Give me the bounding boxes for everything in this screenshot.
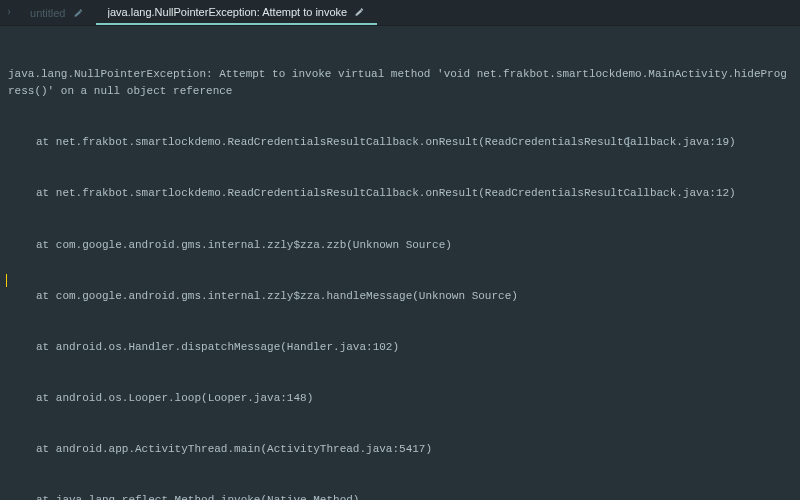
stack-line: at java.lang.reflect.Method.invoke(Nativ… bbox=[8, 492, 792, 500]
text-cursor bbox=[6, 274, 7, 287]
tab-label: untitled bbox=[30, 7, 65, 19]
stack-line: at net.frakbot.smartlockdemo.ReadCredent… bbox=[8, 134, 792, 151]
tab-bar: › untitled java.lang.NullPointerExceptio… bbox=[0, 0, 800, 26]
editor-pane[interactable]: java.lang.NullPointerException: Attempt … bbox=[0, 26, 800, 500]
stack-line: at net.frakbot.smartlockdemo.ReadCredent… bbox=[8, 185, 792, 202]
stack-line: at android.app.ActivityThread.main(Activ… bbox=[8, 441, 792, 458]
pencil-icon bbox=[74, 8, 84, 18]
stack-line: at android.os.Looper.loop(Looper.java:14… bbox=[8, 390, 792, 407]
stack-line: at com.google.android.gms.internal.zzly$… bbox=[8, 288, 792, 305]
stack-line: at android.os.Handler.dispatchMessage(Ha… bbox=[8, 339, 792, 356]
stack-line: at com.google.android.gms.internal.zzly$… bbox=[8, 237, 792, 254]
chevron-right-icon: › bbox=[0, 7, 18, 18]
exception-header: java.lang.NullPointerException: Attempt … bbox=[8, 66, 792, 100]
tab-untitled[interactable]: untitled bbox=[18, 0, 95, 25]
pencil-icon bbox=[355, 7, 365, 17]
tab-exception[interactable]: java.lang.NullPointerException: Attempt … bbox=[96, 0, 378, 25]
tab-label: java.lang.NullPointerException: Attempt … bbox=[108, 6, 348, 18]
